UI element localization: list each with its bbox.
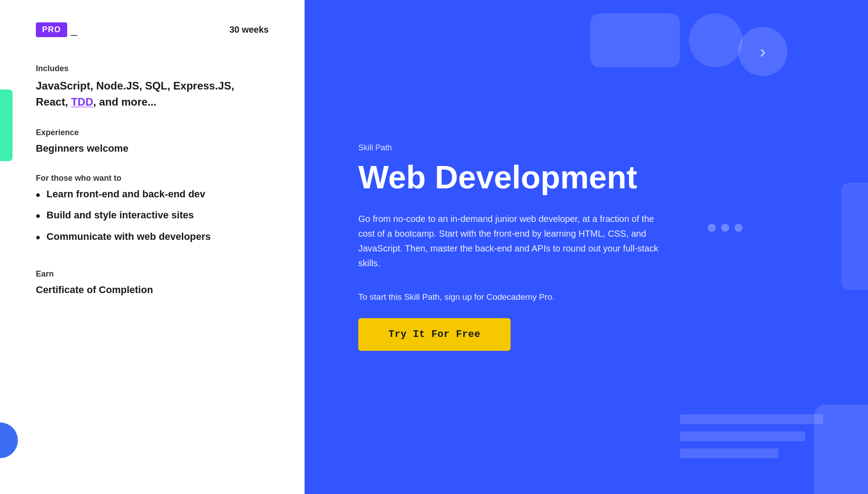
bg-bar	[680, 448, 778, 458]
bg-chevron-circle: ›	[738, 27, 787, 76]
bg-dot	[735, 224, 743, 232]
try-it-free-button[interactable]: Try It For Free	[358, 318, 511, 351]
includes-label: Includes	[36, 64, 269, 73]
bg-bar	[680, 414, 823, 424]
for-those-section: For those who want to Learn front-end an…	[36, 174, 269, 251]
pro-badge: PRO	[36, 22, 67, 37]
pro-label-wrapper: PRO _	[36, 22, 77, 37]
bullet-list: Learn front-end and back-end dev Build a…	[36, 187, 269, 245]
main-title: Web Development	[358, 160, 814, 195]
experience-value: Beginners welcome	[36, 142, 269, 156]
bg-dots	[708, 224, 743, 232]
pro-prompt: To start this Skill Path, sign up for Co…	[358, 292, 814, 302]
earn-section: Earn Certificate of Completion	[36, 269, 269, 297]
description: Go from no-code to an in-demand junior w…	[358, 212, 663, 271]
right-panel: › Skill Path Web Development Go from no-…	[305, 0, 868, 494]
includes-section: Includes JavaScript, Node.JS, SQL, Expre…	[36, 64, 269, 110]
duration: 30 weeks	[229, 25, 269, 35]
earn-value: Certificate of Completion	[36, 283, 269, 297]
technologies-value: JavaScript, Node.JS, SQL, Express.JS, Re…	[36, 78, 269, 110]
card-header: PRO _ 30 weeks	[36, 22, 269, 37]
list-item: Communicate with web developers	[36, 230, 269, 245]
experience-section: Experience Beginners welcome	[36, 128, 269, 156]
bg-dot	[708, 224, 716, 232]
list-item: Learn front-end and back-end dev	[36, 187, 269, 203]
bg-decoration-1	[590, 13, 680, 67]
bg-rect-bottom	[814, 405, 868, 494]
bg-bar	[680, 431, 805, 441]
earn-label: Earn	[36, 269, 269, 279]
bg-bars	[680, 414, 823, 458]
pro-cursor: _	[71, 23, 77, 37]
skill-path-label: Skill Path	[358, 143, 814, 153]
left-panel: PRO _ 30 weeks Includes JavaScript, Node…	[0, 0, 305, 494]
experience-label: Experience	[36, 128, 269, 137]
for-those-label: For those who want to	[36, 174, 269, 183]
list-item: Build and style interactive sites	[36, 209, 269, 224]
chevron-icon: ›	[760, 42, 765, 62]
tdd-highlight: TDD	[71, 96, 93, 108]
bg-block-right	[841, 183, 868, 290]
bg-decoration-2	[689, 13, 743, 67]
bg-dot	[721, 224, 729, 232]
